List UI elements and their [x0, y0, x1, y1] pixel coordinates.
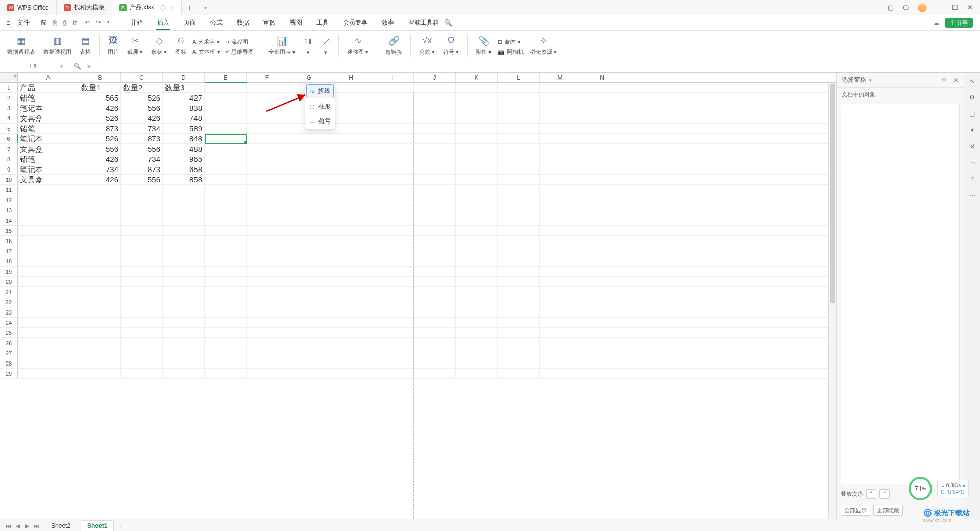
row-header[interactable]: 17: [0, 246, 18, 256]
cell[interactable]: [163, 287, 205, 297]
cell[interactable]: 965: [163, 154, 205, 164]
cell[interactable]: [581, 103, 623, 113]
cell[interactable]: [414, 124, 456, 133]
cell[interactable]: [205, 124, 247, 133]
tab-wps-office[interactable]: W WPS Office: [0, 0, 57, 15]
cell[interactable]: [330, 144, 372, 154]
cell[interactable]: [581, 144, 623, 154]
cell[interactable]: [121, 348, 163, 358]
row-header[interactable]: 28: [0, 358, 18, 368]
perf-gauge[interactable]: 71%: [909, 477, 932, 500]
cell[interactable]: [540, 236, 581, 246]
cell[interactable]: [330, 215, 372, 225]
cell[interactable]: [456, 124, 498, 133]
col-A[interactable]: A: [18, 73, 79, 82]
cell[interactable]: [121, 267, 163, 276]
cell[interactable]: 848: [163, 134, 205, 143]
cell[interactable]: 488: [163, 144, 205, 154]
cell[interactable]: [247, 267, 288, 276]
ribbon-attachment[interactable]: 📎附件 ▾: [474, 35, 494, 56]
cell[interactable]: [581, 175, 623, 184]
cell[interactable]: [540, 246, 581, 256]
cell[interactable]: [456, 164, 498, 174]
col-I[interactable]: I: [372, 73, 414, 82]
cell[interactable]: [330, 358, 372, 368]
cell[interactable]: [247, 154, 288, 164]
row-header[interactable]: 3: [0, 103, 18, 113]
cell[interactable]: [163, 256, 205, 266]
vertical-scrollbar[interactable]: [828, 83, 836, 519]
cell[interactable]: 658: [163, 164, 205, 174]
cell[interactable]: [330, 164, 372, 174]
cell[interactable]: 526: [79, 134, 121, 143]
cell[interactable]: [414, 297, 456, 307]
cell[interactable]: [247, 277, 288, 286]
cell[interactable]: 556: [121, 103, 163, 113]
cell[interactable]: [205, 175, 247, 184]
cell[interactable]: [205, 328, 247, 337]
cell[interactable]: 734: [121, 154, 163, 164]
ribbon-flowchart[interactable]: ⇢流程图: [225, 38, 254, 46]
cell[interactable]: [498, 318, 540, 327]
cell[interactable]: [414, 307, 456, 317]
cell[interactable]: [581, 358, 623, 368]
cell[interactable]: [79, 369, 121, 378]
cell[interactable]: [414, 83, 456, 92]
cell[interactable]: [288, 215, 330, 225]
cell[interactable]: [121, 358, 163, 368]
cell[interactable]: [372, 185, 414, 195]
cell[interactable]: [414, 205, 456, 215]
add-sheet-button[interactable]: +: [118, 522, 122, 530]
cell[interactable]: [581, 113, 623, 123]
cell[interactable]: [205, 287, 247, 297]
cell[interactable]: [163, 369, 205, 378]
rail-settings-icon[interactable]: ⚙: [969, 94, 975, 101]
cell[interactable]: [456, 369, 498, 378]
cell[interactable]: [163, 215, 205, 225]
cell[interactable]: [205, 215, 247, 225]
cell[interactable]: 556: [121, 175, 163, 184]
cell[interactable]: [330, 328, 372, 337]
cell[interactable]: [247, 185, 288, 195]
row-header[interactable]: 5: [0, 124, 18, 133]
cell[interactable]: [456, 338, 498, 348]
cell[interactable]: [414, 318, 456, 327]
cell[interactable]: [163, 338, 205, 348]
row-header[interactable]: 23: [0, 307, 18, 317]
cell[interactable]: [498, 307, 540, 317]
ribbon-tab-efficiency[interactable]: 效率: [381, 16, 395, 30]
row-header[interactable]: 2: [0, 93, 18, 103]
cell[interactable]: [540, 205, 581, 215]
cell[interactable]: [498, 175, 540, 184]
cell[interactable]: [540, 164, 581, 174]
cloud-icon[interactable]: ☁: [933, 19, 939, 27]
cell[interactable]: [330, 83, 372, 92]
cell[interactable]: [498, 297, 540, 307]
col-C[interactable]: C: [121, 73, 163, 82]
cell[interactable]: 556: [121, 144, 163, 154]
cell[interactable]: [330, 93, 372, 103]
cell[interactable]: [581, 226, 623, 235]
ribbon-pivot-table[interactable]: ▦数据透视表: [5, 35, 37, 56]
cell[interactable]: [540, 103, 581, 113]
cell[interactable]: [121, 226, 163, 235]
rail-help-icon[interactable]: ?: [970, 176, 974, 183]
cell[interactable]: 426: [79, 103, 121, 113]
col-H[interactable]: H: [330, 73, 372, 82]
cell[interactable]: [581, 215, 623, 225]
cell[interactable]: [414, 134, 456, 143]
cell[interactable]: [498, 205, 540, 215]
ribbon-wordart[interactable]: A艺术字 ▾: [192, 38, 220, 46]
cell[interactable]: 565: [79, 93, 121, 103]
cell[interactable]: [540, 113, 581, 123]
cell[interactable]: [121, 318, 163, 327]
col-D[interactable]: D: [163, 73, 205, 82]
row-header[interactable]: 12: [0, 195, 18, 205]
cell[interactable]: [498, 144, 540, 154]
cell[interactable]: [79, 348, 121, 358]
cell[interactable]: 734: [121, 124, 163, 133]
cell[interactable]: [18, 287, 79, 297]
cell[interactable]: [456, 277, 498, 286]
cell[interactable]: [205, 144, 247, 154]
cell[interactable]: 526: [121, 93, 163, 103]
